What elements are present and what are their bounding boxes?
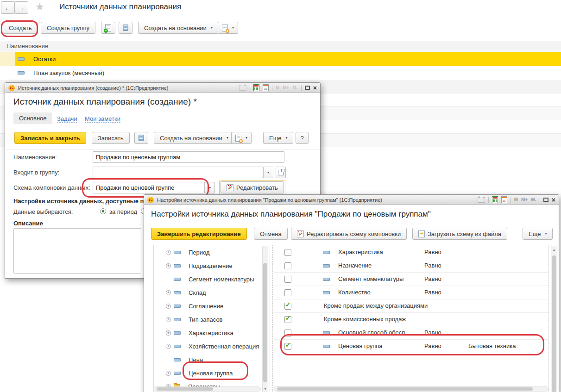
condition-row-krome-komissionnyh[interactable]: ✓ Кроме комиссионных продаж — [274, 313, 548, 326]
calendar-icon[interactable]: 31 — [501, 196, 507, 203]
memory-plus-icon[interactable]: M+ — [521, 198, 528, 202]
radio-for-period[interactable] — [100, 208, 106, 214]
condition-row-osnovnoy-sposob[interactable]: Основной способ обесп... Равно — [274, 326, 548, 340]
condition-row-harakteristika[interactable]: Характеристика Равно — [274, 246, 548, 259]
checkbox-checked[interactable]: ✓ — [284, 303, 291, 310]
tree-vertical-scrollbar[interactable]: ▾ — [262, 246, 268, 392]
tree-item-sklad[interactable]: + Склад — [154, 286, 262, 299]
create-group-button[interactable]: Создать группу — [41, 22, 95, 34]
tab-main[interactable]: Основное — [13, 112, 52, 124]
group-dropdown-button[interactable]: ▾ — [263, 167, 273, 178]
expand-icon[interactable]: + — [166, 330, 171, 336]
dialog2-titlebar[interactable]: 1С Настройки источника данных планирован… — [144, 195, 559, 205]
tree-item-podrazdelenie[interactable]: + Подразделение — [154, 259, 262, 273]
create-button[interactable]: Создать — [3, 22, 38, 34]
tab-tasks[interactable]: Задачи — [57, 115, 77, 123]
expand-icon[interactable]: + — [166, 371, 171, 376]
table-row-plan-zakupok[interactable]: План закупок (месячный) — [0, 66, 561, 80]
finish-editing-button[interactable]: Завершить редактирование — [151, 228, 247, 240]
cancel-button[interactable]: Отмена — [254, 228, 288, 240]
group-open-button[interactable] — [276, 167, 286, 178]
help-button[interactable]: ? — [296, 132, 309, 144]
memory-icon[interactable]: M — [514, 198, 518, 202]
close-icon[interactable]: × — [313, 85, 317, 91]
create-based-on-button[interactable]: Создать на основании ▾ — [154, 132, 234, 144]
checkbox-unchecked[interactable] — [284, 289, 291, 296]
nav-forward-button[interactable]: → — [14, 1, 28, 14]
scrollbar-thumb[interactable] — [263, 263, 267, 382]
checkbox-unchecked[interactable] — [284, 262, 291, 269]
condition-row-kolichestvo[interactable]: Количество Равно — [274, 286, 548, 299]
nav-back-button[interactable]: ← — [1, 1, 15, 14]
edit-schema-button[interactable]: Редактировать — [221, 181, 284, 193]
favorite-star-icon[interactable]: ★ — [35, 1, 44, 13]
condition-row-segment[interactable]: Сегмент номенклатуры Равно — [274, 273, 548, 286]
table-row-ostatki[interactable]: Остатки — [0, 52, 561, 66]
close-icon[interactable]: × — [552, 197, 555, 203]
list-settings-button[interactable] — [134, 132, 148, 144]
memory-minus-icon[interactable]: M- — [531, 198, 536, 202]
expand-icon[interactable]: + — [166, 317, 171, 322]
condition-row-cenovaya-gruppa[interactable]: ✓ Ценовая группа Равно Бытовая техника — [274, 340, 548, 353]
condition-row-krome-prodazh[interactable]: ✓ Кроме продаж между организациями — [274, 299, 548, 313]
memory-plus-icon[interactable]: M+ — [283, 86, 289, 90]
tree-item-harakteristika[interactable]: + Характеристика — [154, 326, 262, 340]
schema-dropdown-button[interactable]: ▾ — [205, 182, 215, 193]
condition-row-naznachenie[interactable]: Назначение Равно — [274, 259, 548, 273]
more-button[interactable]: Еще ▾ — [523, 228, 553, 240]
checkbox-unchecked[interactable] — [284, 276, 291, 283]
save-and-close-button[interactable]: Записать и закрыть — [14, 132, 86, 144]
tree-item-period[interactable]: + Период — [154, 246, 262, 259]
calendar-icon[interactable]: 31 — [263, 84, 269, 91]
more-button[interactable]: Еще ▾ — [263, 132, 293, 144]
name-input[interactable] — [93, 151, 284, 163]
description-textarea[interactable] — [13, 228, 141, 274]
save-button[interactable]: Записать — [92, 132, 130, 144]
tree-item-tip-zapasov[interactable]: + Тип запасов — [154, 313, 262, 326]
table-header-row[interactable]: Наименование — [0, 41, 561, 51]
maximize-icon[interactable] — [305, 86, 310, 90]
dialog1-titlebar[interactable]: 1С Источник данных планирования (создани… — [5, 83, 320, 93]
scrollbar-thumb[interactable] — [277, 387, 533, 391]
print-icon[interactable] — [478, 197, 485, 203]
create-based-on-button[interactable]: Создать на основании ▾ — [138, 22, 219, 34]
load-schema-from-file-button[interactable]: Загрузить схему из файла — [412, 228, 507, 240]
checkbox-unchecked[interactable] — [284, 330, 291, 336]
calculator-icon[interactable] — [253, 84, 259, 91]
tab-my-notes[interactable]: Мои заметки — [85, 115, 120, 123]
checkbox-checked[interactable]: ✓ — [284, 316, 291, 323]
tree-item-soglashenie[interactable]: + Соглашение — [154, 299, 262, 313]
chevron-down-icon: ▾ — [232, 26, 234, 30]
edit-composition-schema-button[interactable]: Редактировать схему компоновки — [291, 228, 407, 240]
expand-icon[interactable]: + — [166, 250, 171, 255]
expand-icon[interactable]: + — [166, 304, 171, 309]
document-history-button[interactable]: ▾ — [218, 22, 238, 34]
memory-minus-icon[interactable]: M- — [292, 86, 298, 90]
print-icon[interactable] — [239, 85, 246, 91]
copy-item-button[interactable] — [101, 22, 115, 34]
expand-icon[interactable]: + — [166, 263, 171, 268]
group-input[interactable] — [93, 167, 263, 178]
document-history-button[interactable]: ▾ — [231, 132, 252, 144]
tree-item-cena[interactable]: Цена — [154, 353, 262, 367]
checkbox-checked[interactable]: ✓ — [284, 343, 291, 350]
tree-item-segment[interactable]: Сегмент номенклатуры — [154, 273, 262, 286]
scrollbar-thumb[interactable] — [157, 387, 213, 391]
tree-horizontal-scrollbar[interactable] — [153, 386, 261, 392]
maximize-icon[interactable] — [543, 198, 548, 202]
conditions-horizontal-scrollbar[interactable] — [274, 386, 548, 392]
schema-input[interactable] — [93, 182, 205, 193]
checkbox-unchecked[interactable] — [284, 249, 291, 256]
help-icon: ? — [300, 135, 303, 142]
scrollbar-thumb[interactable] — [552, 255, 556, 392]
tree-item-cenovaya-gruppa[interactable]: + Ценовая группа — [154, 367, 262, 380]
expand-icon[interactable]: + — [166, 290, 171, 295]
scroll-down-icon[interactable]: ▾ — [263, 386, 268, 392]
list-settings-button[interactable] — [119, 22, 132, 34]
calculator-icon[interactable] — [492, 196, 498, 203]
memory-icon[interactable]: M — [276, 86, 279, 90]
tree-item-hoz-operaciya[interactable]: + Хозяйственная операция — [154, 340, 262, 353]
scroll-up-icon[interactable]: ▴ — [551, 247, 557, 253]
expand-icon[interactable]: + — [166, 344, 171, 349]
conditions-vertical-scrollbar[interactable]: ▴ — [551, 246, 557, 392]
